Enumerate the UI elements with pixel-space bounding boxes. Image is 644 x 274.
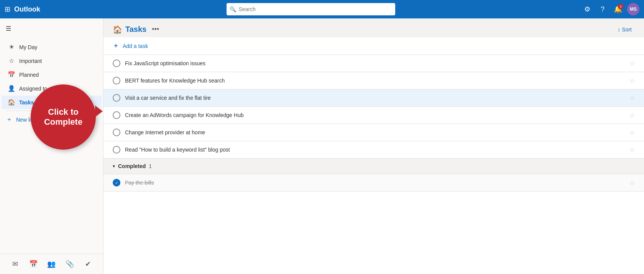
sidebar-item-label: My Day	[19, 44, 37, 50]
sidebar-item-planned[interactable]: 📅 Planned	[2, 68, 102, 81]
chevron-down-icon: ▾	[113, 163, 115, 169]
sidebar-item-important[interactable]: ☆ Important	[2, 54, 102, 68]
notifications-badge: 3	[618, 4, 623, 9]
sidebar-item-label: Planned	[19, 72, 39, 78]
task-text: Fix JavaScript optimisation issues	[125, 60, 625, 66]
sidebar-item-my-day[interactable]: ☀ My Day	[2, 40, 102, 54]
waffle-icon[interactable]: ⊞	[5, 5, 10, 13]
task-row[interactable]: Change Internet provider at home ☆	[104, 124, 644, 141]
task-star-button[interactable]: ☆	[629, 60, 635, 67]
page-title: Tasks	[125, 25, 146, 34]
task-text: Visit a car service and fix the flat tir…	[125, 95, 625, 101]
task-row[interactable]: Read "How to build a keyword list" blog …	[104, 141, 644, 158]
topbar: ⊞ Outlook 🔍 ⚙ ? 🔔 3 MS	[0, 0, 644, 18]
notifications-button[interactable]: 🔔 3	[612, 3, 624, 15]
task-complete-button[interactable]	[113, 146, 120, 154]
add-task-label: Add a task	[123, 43, 148, 49]
completed-label: Completed	[118, 163, 146, 169]
settings-button[interactable]: ⚙	[581, 3, 593, 15]
task-text: Read "How to build a keyword list" blog …	[125, 147, 625, 153]
help-button[interactable]: ?	[596, 3, 609, 15]
home-icon: 🏠	[8, 99, 15, 106]
search-icon: 🔍	[230, 6, 236, 12]
task-star-button[interactable]: ☆	[629, 129, 635, 136]
task-complete-button[interactable]	[113, 129, 120, 136]
tooltip-text: Click to Complete	[31, 103, 96, 131]
more-options-button[interactable]: •••	[150, 25, 161, 34]
task-star-button[interactable]: ☆	[629, 179, 635, 187]
topbar-right: ⚙ ? 🔔 3 MS	[581, 3, 639, 15]
sort-label: Sort	[622, 26, 632, 33]
task-star-button[interactable]: ☆	[629, 77, 635, 84]
completed-count: 1	[149, 163, 152, 169]
app-name: Outlook	[14, 5, 40, 13]
attach-icon-button[interactable]: 📎	[63, 257, 77, 271]
search-bar: 🔍	[40, 3, 581, 15]
star-icon: ☆	[8, 57, 15, 64]
task-star-button[interactable]: ☆	[629, 146, 635, 154]
add-task-plus-icon: ＋	[113, 42, 119, 50]
completed-section-header[interactable]: ▾ Completed 1	[104, 158, 644, 174]
main-layout: ☰ ☀ My Day ☆ Important 📅 Planned 👤 Assig…	[0, 18, 644, 274]
topbar-left: ⊞ Outlook	[5, 5, 40, 13]
tooltip-bubble: Click to Complete	[31, 84, 96, 150]
task-row[interactable]: BERT features for Knowledge Hub search ☆	[104, 72, 644, 89]
people-icon-button[interactable]: 👥	[44, 257, 58, 271]
task-row[interactable]: Fix JavaScript optimisation issues ☆	[104, 55, 644, 72]
sun-icon: ☀	[8, 43, 15, 51]
calendar-icon: 📅	[8, 71, 15, 78]
task-text: BERT features for Knowledge Hub search	[125, 78, 625, 84]
mail-icon-button[interactable]: ✉	[8, 257, 22, 271]
task-text: Change Internet provider at home	[125, 129, 625, 135]
calendar-icon-button[interactable]: 📅	[26, 257, 40, 271]
task-star-button[interactable]: ☆	[629, 94, 635, 102]
task-star-button[interactable]: ☆	[629, 112, 635, 119]
task-complete-button[interactable]	[113, 59, 120, 67]
task-complete-button[interactable]	[113, 77, 120, 84]
avatar[interactable]: MS	[627, 3, 639, 15]
sidebar-bottom: ✉ 📅 👥 📎 ✔	[0, 254, 103, 274]
sort-button[interactable]: ↕ Sort	[614, 25, 635, 34]
sidebar-hamburger-button[interactable]: ☰	[2, 21, 15, 35]
add-task-row[interactable]: ＋ Add a task	[104, 37, 644, 55]
task-list-container: ＋ Add a task Fix JavaScript optimisation…	[104, 37, 644, 274]
task-row[interactable]: Create an AdWords campaign for Knowledge…	[104, 107, 644, 124]
person-icon: 👤	[8, 85, 15, 92]
task-complete-button[interactable]	[113, 111, 120, 119]
tasks-check-icon-button[interactable]: ✔	[81, 257, 95, 271]
task-complete-button[interactable]	[113, 94, 120, 102]
task-row[interactable]: Visit a car service and fix the flat tir…	[104, 89, 644, 107]
task-text: Pay the bills	[125, 180, 625, 186]
search-input[interactable]	[227, 3, 395, 15]
content-title-wrap: 🏠 Tasks •••	[113, 25, 161, 34]
sidebar-top: ☰	[0, 18, 103, 38]
plus-icon: ＋	[6, 116, 12, 124]
content-area: 🏠 Tasks ••• ↕ Sort ＋ Add a task Fix Java…	[104, 18, 644, 274]
task-text: Create an AdWords campaign for Knowledge…	[125, 112, 625, 118]
sidebar-item-label: Important	[19, 58, 42, 64]
task-complete-button[interactable]: ✓	[113, 179, 120, 187]
content-header: 🏠 Tasks ••• ↕ Sort	[104, 18, 644, 37]
task-row[interactable]: ✓ Pay the bills ☆	[104, 174, 644, 191]
sort-icon: ↕	[618, 26, 620, 33]
tasks-home-icon: 🏠	[113, 25, 122, 34]
